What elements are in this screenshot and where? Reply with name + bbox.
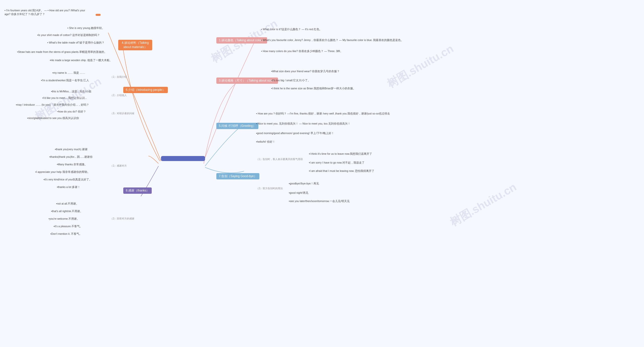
thanks-give-label: （1）感谢对方 bbox=[108, 163, 129, 169]
goodbye-mutual-label: （2）双方告别时的用法 bbox=[254, 186, 285, 191]
intro-initial-2: •nice/glad/pleased to see you.很高兴认识你 bbox=[25, 115, 81, 121]
goodbye-2: •I am sorry I have to go now.对不起，我该走了 bbox=[307, 160, 413, 166]
greeting-1: • How are you？你好吗？ —I'm fine, thanks.很好，… bbox=[254, 111, 445, 117]
material-item-1: •Is your shirt made of cotton? 这件衬衫是棉制的吗… bbox=[35, 32, 102, 38]
goodbye-guest-label: （1）告别时，客人表示要离开的客气用语 bbox=[254, 157, 305, 162]
goodbye-1: •I think it's time for us to leave now.我… bbox=[307, 151, 418, 157]
material-item-3: •Straw hats are made from the stems of g… bbox=[15, 49, 111, 55]
svg-text:树图.shuitu.cn: 树图.shuitu.cn bbox=[385, 42, 456, 90]
thanks-2: •thanks(thank you)for... 因......谢谢你 bbox=[47, 154, 95, 160]
goodbye-m-3: •see you later/then/soon/tomorrow.一会儿见/明… bbox=[287, 198, 397, 204]
thanks-5: •it's very kind/nice of you你真是太好了。 bbox=[42, 177, 94, 182]
intro-other-3: •may I introduce …… (to you)「请允许我向你介绍…，好… bbox=[14, 102, 104, 108]
thanks-3: •Many thanks.非常感激。 bbox=[55, 162, 89, 167]
intro-self-1: •my name is …… 我是 …… bbox=[50, 70, 87, 76]
color-2: • What's you favourite color, Jenny? Jen… bbox=[259, 37, 430, 43]
greeting-2: • Nice to meet you. 见到你很高兴！ — Nice to me… bbox=[254, 121, 405, 127]
color-3: • How many colors do you like? 你喜欢多少种颜色？… bbox=[259, 48, 395, 54]
material-item-2: • What's the table made of?桌子是用什么做的？ bbox=[45, 40, 106, 46]
age-item-2: • She is very young.她很年轻。 bbox=[65, 25, 107, 31]
introduce-node: 6.介绍（Introducing people） bbox=[123, 87, 168, 93]
goodbye-m-1: •goodbye!/bye-bye！再见 bbox=[287, 181, 321, 186]
goodbye-m-2: •good night!再见 bbox=[287, 190, 310, 196]
intro-initial-label: （3）对初识者的问候 bbox=[108, 111, 136, 116]
intro-other-1: •this is Mr/Miss....这是...先生/小姐 bbox=[49, 89, 93, 94]
size-3: •I think he is the same size as Brian.我想… bbox=[269, 86, 410, 91]
material-node: 4.谈论材料（Talking about materials） bbox=[118, 40, 152, 50]
intro-other-2: •I'd like you to meet....我想让你认识... bbox=[40, 95, 89, 101]
center-node bbox=[161, 156, 205, 161]
greeting-3: •good morning/good afternoon/ good eveni… bbox=[254, 130, 385, 136]
color-1: • What color is it?这是什么颜色？ — It's red.红色… bbox=[259, 26, 390, 32]
intro-initial-1: •how do you do? 你好？ bbox=[55, 109, 88, 114]
age-node bbox=[96, 14, 101, 16]
reply-2: •that's all right/ok.不用谢。 bbox=[49, 208, 85, 214]
reply-3: •you're welcome.不用谢。 bbox=[47, 216, 82, 222]
reply-1: •not at all.不用谢。 bbox=[54, 201, 81, 207]
size-node: 3.谈论规格（尺寸）（Talking about size） bbox=[216, 78, 278, 84]
svg-text:树图.shuitu.cn: 树图.shuitu.cn bbox=[448, 180, 518, 228]
material-item-4: •He made a large wooden ship. 他造了一艘大木船。 bbox=[48, 57, 114, 63]
greeting-node: 5.问候 /打招呼（Greeting） bbox=[216, 123, 258, 129]
size-2: •It's too big / small.它太大/小了。 bbox=[269, 78, 365, 83]
goodbye-node: 7.告别（Saying Good-bye） bbox=[216, 173, 259, 179]
greeting-4: •hello/hi! 你好！ bbox=[254, 139, 277, 145]
size-1: •What size does your friend wear? 你朋友穿几号… bbox=[269, 68, 375, 74]
thanks-node: 8.感谢（thanks） bbox=[123, 187, 152, 194]
reply-5: •Don't mention it. 不客气。 bbox=[48, 231, 84, 237]
intro-self-label: （1）自我介绍 bbox=[108, 74, 129, 80]
reply-4: •it's a pleasure.不客气。 bbox=[52, 223, 85, 229]
intro-other-label: （2）介绍他人 bbox=[108, 93, 129, 98]
intro-self-2: •I'm a student/worker.我是一名学生/工人 bbox=[39, 78, 91, 83]
goodbye-3: •I am afraid that I must be leaving now.… bbox=[307, 168, 428, 174]
thanks-4: •I appreciate your help 我非常感谢你的帮助。 bbox=[33, 169, 92, 175]
thanks-1: •thank you(very much).谢谢 bbox=[53, 146, 90, 152]
age-item-1: • I'm fourteen years old.我14岁。 — • How o… bbox=[3, 8, 93, 17]
thanks-reply-label: （2）回答对方的感谢 bbox=[108, 216, 136, 221]
thanks-6: •thanks a lot 多谢！ bbox=[55, 184, 82, 190]
